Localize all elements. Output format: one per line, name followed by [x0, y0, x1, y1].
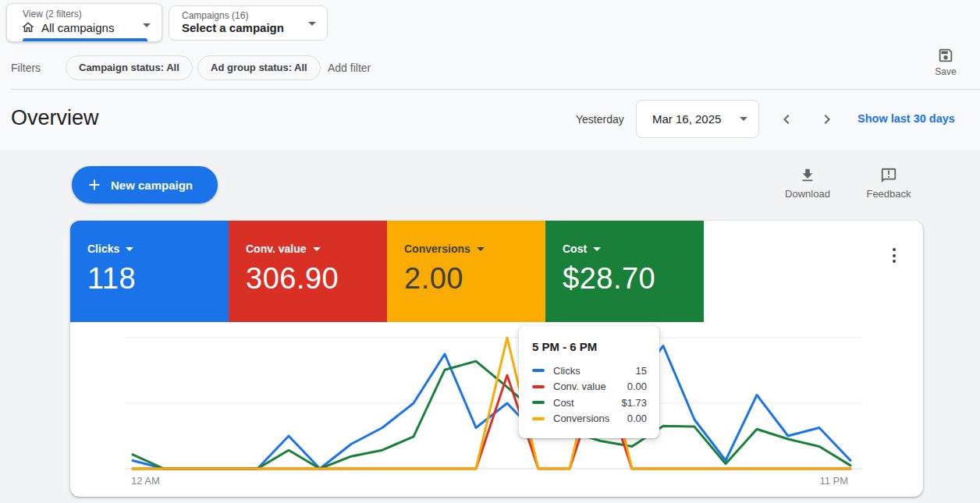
metric-value: $28.70 — [563, 262, 704, 296]
chevron-down-icon — [308, 22, 316, 26]
date-range-selector[interactable]: Mar 16, 2025 — [636, 100, 759, 138]
feedback-icon — [880, 167, 897, 184]
top-bar: View (2 filters) All campaigns Campaigns… — [0, 0, 980, 150]
feedback-button[interactable]: Feedback — [863, 167, 914, 200]
date-range-value: Mar 16, 2025 — [652, 112, 740, 126]
show-last-30-days-link[interactable]: Show last 30 days — [858, 112, 955, 125]
campaign-selector-value: Select a campaign — [182, 21, 284, 34]
metric-card-conv-value[interactable]: Conv. value 306.90 — [229, 221, 387, 322]
view-selector[interactable]: View (2 filters) All campaigns — [6, 3, 162, 42]
download-icon — [799, 167, 816, 184]
chevron-right-icon — [818, 110, 836, 129]
save-icon — [937, 47, 954, 64]
view-selector-value: All campaigns — [41, 21, 114, 34]
metric-card-cost[interactable]: Cost $28.70 — [545, 221, 704, 322]
metric-cards: Clicks 118 Conv. value 306.90 Conversion… — [70, 221, 704, 322]
overview-card: Clicks 118 Conv. value 306.90 Conversion… — [70, 221, 923, 497]
home-icon — [21, 20, 35, 34]
new-campaign-label: New campaign — [111, 179, 193, 192]
chevron-down-icon — [593, 247, 601, 251]
series-swatch-cost — [532, 401, 545, 404]
metric-card-conversions[interactable]: Conversions 2.00 — [387, 221, 545, 322]
metric-label: Clicks — [87, 243, 119, 255]
chevron-down-icon — [143, 23, 151, 27]
header-divider — [11, 89, 980, 90]
metric-value: 2.00 — [404, 262, 545, 296]
previous-date-button[interactable] — [777, 110, 796, 129]
chevron-down-icon — [313, 247, 321, 251]
series-swatch-conversions — [532, 417, 545, 420]
view-selector-label: View (2 filters) — [23, 9, 82, 19]
kebab-icon — [893, 248, 896, 251]
download-label: Download — [782, 188, 833, 200]
card-overflow-menu-button[interactable] — [889, 245, 899, 266]
next-date-button[interactable] — [818, 110, 836, 129]
chevron-down-icon — [126, 247, 133, 251]
tooltip-row-conv-value: Conv. value 0.00 — [532, 379, 647, 395]
x-axis-label-end: 11 PM — [819, 475, 848, 487]
metric-label: Conv. value — [246, 243, 307, 255]
chevron-left-icon — [777, 110, 796, 129]
metric-card-clicks[interactable]: Clicks 118 — [70, 221, 229, 322]
filters-title: Filters — [11, 62, 41, 74]
metric-value: 306.90 — [246, 262, 387, 296]
chevron-down-icon — [740, 117, 747, 121]
page-title: Overview — [11, 106, 99, 130]
filter-chip-ad-group-status[interactable]: Ad group status: All — [197, 55, 321, 80]
series-swatch-conv-value — [532, 385, 545, 388]
save-label: Save — [927, 66, 964, 77]
plus-icon — [86, 176, 103, 193]
active-view-indicator — [23, 38, 147, 41]
series-swatch-clicks — [532, 369, 545, 372]
filter-chip-campaign-status[interactable]: Campaign status: All — [66, 55, 193, 80]
tooltip-row-clicks: Clicks 15 — [532, 363, 647, 379]
campaign-selector-label: Campaigns (16) — [182, 10, 248, 21]
tooltip-title: 5 PM - 6 PM — [532, 340, 647, 353]
metric-value: 118 — [87, 262, 229, 296]
feedback-label: Feedback — [863, 188, 914, 200]
metric-label: Conversions — [404, 243, 470, 255]
chevron-down-icon — [477, 247, 485, 251]
tooltip-row-cost: Cost $1.73 — [532, 395, 647, 411]
tooltip-row-conversions: Conversions 0.00 — [532, 411, 647, 427]
metric-label: Cost — [563, 243, 587, 255]
campaign-selector[interactable]: Campaigns (16) Select a campaign — [169, 5, 328, 41]
download-button[interactable]: Download — [782, 167, 833, 200]
performance-chart[interactable]: 12 AM 11 PM — [70, 322, 923, 497]
x-axis-label-start: 12 AM — [131, 475, 160, 487]
date-mode-label: Yesterday — [576, 113, 624, 126]
new-campaign-button[interactable]: New campaign — [72, 166, 218, 204]
save-button[interactable]: Save — [927, 47, 964, 77]
chart-tooltip: 5 PM - 6 PM Clicks 15 Conv. value 0.00 C… — [519, 326, 659, 438]
add-filter-button[interactable]: Add filter — [328, 62, 371, 74]
chart-canvas — [70, 322, 923, 497]
